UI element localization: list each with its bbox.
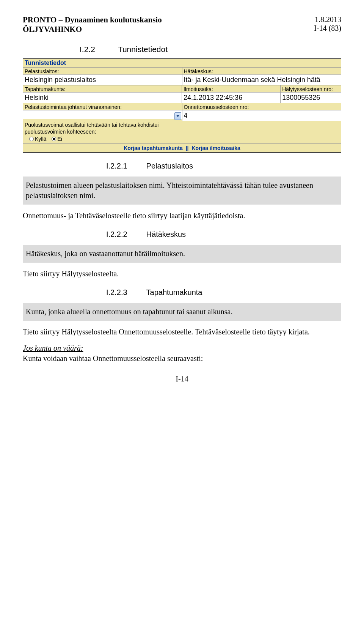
- radio-icon: [29, 137, 34, 141]
- label-puolustusvoimat-line2: puolustusvoimien kohteeseen:: [23, 128, 341, 135]
- paragraph: Onnettomuus- ja Tehtäväselosteelle tieto…: [23, 211, 341, 221]
- radio-kylla-label: Kyllä: [35, 136, 46, 142]
- subheading-pelastuslaitos: I.2.2.1 Pelastuslaitos: [23, 162, 341, 170]
- section-title: Tunnistetiedot: [118, 45, 168, 54]
- section-number: I.2.2: [80, 45, 95, 54]
- label-hatakeskus: Hätäkeskus:: [182, 68, 341, 74]
- info-box-pelastuslaitos: Pelastustoimen alueen pelastuslaitoksen …: [23, 177, 341, 205]
- chevron-down-icon: [176, 115, 179, 117]
- page-header: PRONTO – Dynaaminen koulutuskansio ÖLJYV…: [23, 15, 341, 34]
- link-korjaa-ilmoitusaika[interactable]: Korjaa ilmoitusaika: [191, 145, 241, 151]
- link-separator: ||: [185, 145, 190, 151]
- field-tapahtumakunta[interactable]: Helsinki: [23, 92, 182, 103]
- form-tunnistetiedot: Tunnistetiedot Pelastuslaitos: Helsingin…: [23, 58, 341, 153]
- doc-title-line1: PRONTO – Dynaaminen koulutuskansio: [23, 15, 162, 25]
- doc-meta: 1.8.2013 I-14 (83): [314, 15, 341, 34]
- paragraph: Tieto siirtyy Hälytysselosteelta.: [23, 269, 341, 279]
- radio-icon-selected: [52, 137, 56, 141]
- doc-page-ref: I-14 (83): [314, 24, 341, 33]
- dropdown-button[interactable]: [174, 112, 181, 120]
- radio-group-puolustusvoimat: Kyllä Ei: [23, 135, 341, 143]
- field-halytysselosteen-nro[interactable]: 1300055326: [281, 92, 341, 103]
- doc-date: 1.8.2013: [314, 15, 341, 24]
- field-ilmoitusaika[interactable]: 24.1.2013 22:45:36: [182, 92, 280, 103]
- info-box-hatakeskus: Hätäkeskus, joka on vastaanottanut hätäi…: [23, 245, 341, 263]
- subheading-tapahtumakunta: I.2.2.3 Tapahtumakunta: [23, 288, 341, 297]
- subheading-hatakeskus: I.2.2.2 Hätäkeskus: [23, 230, 341, 239]
- sub-number: I.2.2.1: [106, 162, 127, 170]
- label-pelastuslaitos: Pelastuslaitos:: [23, 68, 182, 74]
- field-pelastuslaitos[interactable]: Helsingin pelastuslaitos: [23, 74, 182, 85]
- doc-title: PRONTO – Dynaaminen koulutuskansio ÖLJYV…: [23, 15, 162, 34]
- label-pelastustoimintaa-johtanut: Pelastustoimintaa johtanut viranomainen:: [23, 103, 182, 110]
- footer-page-number: I-14: [23, 375, 341, 383]
- paragraph: Tieto siirtyy Hälytysselosteelta Onnetto…: [23, 327, 341, 337]
- label-tapahtumakunta: Tapahtumakunta:: [23, 85, 182, 92]
- form-title: Tunnistetiedot: [23, 59, 341, 68]
- sub-title: Pelastuslaitos: [146, 162, 193, 170]
- label-puolustusvoimat-line1: Puolustusvoimat osallistui tehtävään tai…: [23, 121, 341, 128]
- field-onnettomuusselosteen-nro[interactable]: 4: [182, 110, 341, 121]
- paragraph-text: Kunta voidaan vaihtaa Onnettomuusseloste…: [23, 354, 203, 362]
- footer-divider: [23, 373, 341, 373]
- doc-title-line2: ÖLJYVAHINKO: [23, 25, 162, 34]
- info-box-tapahtumakunta: Kunta, jonka alueella onnettomuus on tap…: [23, 303, 341, 321]
- radio-ei[interactable]: Ei: [52, 136, 62, 142]
- field-hatakeskus[interactable]: Itä- ja Keski-Uudenmaan sekä Helsingin h…: [182, 74, 341, 85]
- field-pelastustoimintaa-johtanut[interactable]: [23, 110, 182, 119]
- sub-title: Hätäkeskus: [146, 230, 186, 239]
- section-heading: I.2.2 Tunnistetiedot: [23, 45, 341, 54]
- label-onnettomuusselosteen-nro: Onnettomuusselosteen nro:: [182, 103, 341, 110]
- link-korjaa-tapahtumakunta[interactable]: Korjaa tapahtumakunta: [123, 145, 184, 151]
- label-halytysselosteen-nro: Hälytysselosteen nro:: [281, 85, 341, 92]
- emphasis-text: Jos kunta on väärä:: [23, 344, 83, 352]
- paragraph-kunta-vaara: Jos kunta on väärä: Kunta voidaan vaihta…: [23, 343, 341, 364]
- label-ilmoitusaika: Ilmoitusaika:: [182, 85, 280, 92]
- sub-number: I.2.2.3: [106, 288, 127, 297]
- radio-ei-label: Ei: [57, 136, 62, 142]
- sub-number: I.2.2.2: [106, 230, 127, 239]
- radio-kylla[interactable]: Kyllä: [29, 136, 46, 142]
- form-action-links: Korjaa tapahtumakunta || Korjaa ilmoitus…: [23, 144, 341, 152]
- sub-title: Tapahtumakunta: [146, 288, 202, 297]
